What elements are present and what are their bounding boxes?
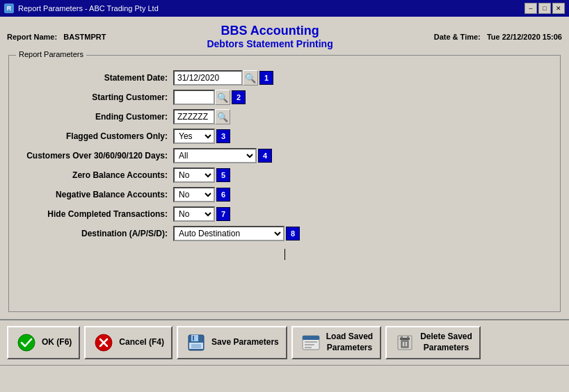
load-saved-parameters-label: Load Saved Parameters bbox=[326, 332, 373, 353]
statement-date-input[interactable] bbox=[173, 70, 243, 85]
status-bar bbox=[0, 365, 569, 379]
cancel-button[interactable]: Cancel (F4) bbox=[84, 326, 173, 359]
delete-saved-parameters-button[interactable]: Delete Saved Parameters bbox=[385, 326, 481, 359]
row-hide-completed: Hide Completed Transactions: No Yes 7 bbox=[17, 204, 552, 224]
row-ending-customer: Ending Customer: 🔍 bbox=[17, 107, 552, 126]
starting-customer-search-button[interactable]: 🔍 bbox=[215, 90, 230, 105]
svg-rect-13 bbox=[305, 347, 312, 348]
save-parameters-button[interactable]: Save Parameters bbox=[177, 326, 287, 359]
label-hide-completed: Hide Completed Transactions: bbox=[17, 204, 170, 224]
row-destination: Destination (A/P/S/D): Auto Destination … bbox=[17, 224, 552, 243]
text-cursor-area bbox=[17, 243, 552, 299]
label-flagged-customers: Flagged Customers Only: bbox=[17, 126, 170, 146]
svg-rect-20 bbox=[407, 336, 409, 338]
input-cell-destination: Auto Destination Printer Screen Disk 8 bbox=[170, 224, 552, 243]
svg-rect-12 bbox=[305, 344, 314, 345]
minimize-button[interactable]: – bbox=[524, 3, 537, 14]
close-button[interactable]: ✕ bbox=[552, 3, 565, 14]
cancel-icon bbox=[93, 332, 115, 354]
report-name-label: Report Name: bbox=[7, 33, 57, 41]
title-bar: R Report Parameters - ABC Trading Pty Lt… bbox=[0, 0, 569, 17]
flagged-customers-select[interactable]: Yes No bbox=[173, 129, 215, 144]
svg-rect-17 bbox=[403, 342, 404, 346]
header-right: Date & Time: Tue 22/12/2020 15:06 bbox=[434, 33, 562, 41]
load-icon bbox=[300, 332, 322, 354]
app-icon: R bbox=[4, 3, 14, 13]
customers-over-days-select[interactable]: All 30 60 90 120 bbox=[173, 148, 257, 163]
report-parameters-group: Report Parameters Statement Date: 🔍 1 bbox=[8, 55, 561, 312]
maximize-button[interactable]: □ bbox=[538, 3, 551, 14]
row-statement-date: Statement Date: 🔍 1 bbox=[17, 68, 552, 88]
cursor-line bbox=[284, 249, 285, 260]
ending-customer-input[interactable] bbox=[173, 109, 215, 124]
date-time-value: Tue 22/12/2020 15:06 bbox=[487, 33, 562, 41]
date-time-label: Date & Time: bbox=[434, 33, 481, 41]
sub-title: Debtors Statement Printing bbox=[207, 38, 332, 49]
zero-balance-select[interactable]: No Yes bbox=[173, 168, 215, 183]
input-cell-statement-date: 🔍 1 bbox=[170, 68, 552, 88]
row-starting-customer: Starting Customer: 🔍 2 bbox=[17, 88, 552, 107]
title-bar-text: Report Parameters - ABC Trading Pty Ltd bbox=[18, 4, 159, 13]
group-box-label: Report Parameters bbox=[16, 50, 86, 58]
row-customers-over-days: Customers Over 30/60/90/120 Days: All 30… bbox=[17, 146, 552, 165]
report-name-value: BASTMPRT bbox=[63, 33, 106, 41]
label-customers-over-days: Customers Over 30/60/90/120 Days: bbox=[17, 146, 170, 165]
input-cell-days: All 30 60 90 120 4 bbox=[170, 146, 552, 165]
label-statement-date: Statement Date: bbox=[17, 68, 170, 88]
label-zero-balance: Zero Balance Accounts: bbox=[17, 165, 170, 185]
form-table: Statement Date: 🔍 1 Starting Customer: bbox=[17, 68, 552, 243]
badge-4: 4 bbox=[258, 149, 272, 163]
header-row: Report Name: BASTMPRT BBS Accounting Deb… bbox=[6, 21, 563, 52]
ending-customer-search-button[interactable]: 🔍 bbox=[215, 109, 230, 124]
svg-point-0 bbox=[18, 334, 35, 351]
input-cell-ending-customer: 🔍 bbox=[170, 107, 552, 126]
hide-completed-select[interactable]: No Yes bbox=[173, 206, 215, 222]
starting-customer-input[interactable] bbox=[173, 90, 215, 105]
input-cell-zero-balance: No Yes 5 bbox=[170, 165, 552, 185]
ok-button[interactable]: OK (F6) bbox=[7, 326, 80, 359]
save-parameters-label: Save Parameters bbox=[211, 337, 279, 348]
button-bar: OK (F6) Cancel (F4) Save Parameters bbox=[0, 319, 569, 365]
delete-icon bbox=[394, 332, 416, 354]
app-title: BBS Accounting bbox=[207, 24, 332, 38]
badge-6: 6 bbox=[216, 188, 230, 202]
statement-date-search-button[interactable]: 🔍 bbox=[243, 70, 258, 85]
svg-rect-8 bbox=[191, 344, 201, 348]
badge-8: 8 bbox=[286, 227, 300, 240]
svg-rect-6 bbox=[193, 336, 194, 341]
save-icon bbox=[185, 332, 207, 354]
input-cell-hide-completed: No Yes 7 bbox=[170, 204, 552, 224]
row-negative-balance: Negative Balance Accounts: No Yes 6 bbox=[17, 185, 552, 204]
header-center: BBS Accounting Debtors Statement Printin… bbox=[207, 24, 332, 49]
row-flagged-customers: Flagged Customers Only: Yes No 3 bbox=[17, 126, 552, 146]
ok-button-label: OK (F6) bbox=[42, 337, 72, 348]
label-negative-balance: Negative Balance Accounts: bbox=[17, 185, 170, 204]
svg-rect-18 bbox=[406, 342, 407, 346]
label-starting-customer: Starting Customer: bbox=[17, 88, 170, 107]
delete-saved-parameters-label: Delete Saved Parameters bbox=[420, 332, 472, 353]
label-ending-customer: Ending Customer: bbox=[17, 107, 170, 126]
report-name-area: Report Name: BASTMPRT bbox=[7, 33, 106, 41]
load-saved-parameters-button[interactable]: Load Saved Parameters bbox=[291, 326, 381, 359]
badge-7: 7 bbox=[216, 207, 230, 221]
label-destination: Destination (A/P/S/D): bbox=[17, 224, 170, 243]
main-window: Report Name: BASTMPRT BBS Accounting Deb… bbox=[0, 17, 569, 319]
input-cell-flagged: Yes No 3 bbox=[170, 126, 552, 146]
svg-rect-10 bbox=[303, 336, 319, 340]
ok-icon bbox=[15, 332, 38, 354]
badge-3: 3 bbox=[216, 129, 230, 143]
input-cell-starting-customer: 🔍 2 bbox=[170, 88, 552, 107]
destination-select[interactable]: Auto Destination Printer Screen Disk bbox=[173, 226, 284, 241]
badge-5: 5 bbox=[216, 168, 230, 182]
badge-1: 1 bbox=[259, 71, 273, 85]
svg-rect-19 bbox=[401, 336, 403, 338]
input-cell-negative-balance: No Yes 6 bbox=[170, 185, 552, 204]
svg-rect-11 bbox=[305, 341, 317, 343]
negative-balance-select[interactable]: No Yes bbox=[173, 187, 215, 202]
svg-rect-16 bbox=[401, 341, 408, 348]
svg-rect-5 bbox=[191, 335, 198, 341]
row-zero-balance: Zero Balance Accounts: No Yes 5 bbox=[17, 165, 552, 185]
badge-2: 2 bbox=[232, 90, 246, 104]
cancel-button-label: Cancel (F4) bbox=[119, 337, 164, 348]
